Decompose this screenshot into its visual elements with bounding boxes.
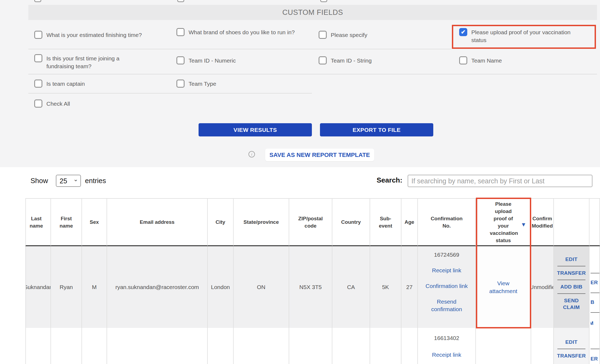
custom-field-item: Team ID - String — [319, 56, 372, 64]
cell-zip-postal — [289, 328, 332, 364]
action-separator — [591, 273, 599, 273]
checkbox-team-name[interactable] — [459, 56, 467, 64]
edit-button[interactable]: EDIT — [556, 339, 587, 345]
cell-vaccination-status — [476, 328, 531, 364]
cell-confirmation: 16724569 Receipt link Confirmation link … — [418, 246, 476, 328]
info-icon: i — [248, 151, 255, 157]
confirmation-link[interactable]: Confirmation link — [425, 282, 468, 290]
cell-actions: EDIT TRANSFER — [554, 328, 589, 364]
col-header-zip-postal[interactable]: ZIP/postal code — [289, 198, 332, 246]
cell-last-name: Suknandan — [25, 246, 51, 328]
transfer-button[interactable]: TRANSFER — [556, 270, 587, 276]
view-attachment-link[interactable]: View attachment — [486, 279, 521, 295]
clipped-claim-fragment: M — [591, 320, 594, 326]
checkbox-please-specify[interactable] — [319, 31, 327, 39]
checkbox-team-type[interactable] — [176, 80, 185, 88]
custom-field-item: Team Name — [459, 56, 502, 64]
col-header-sex[interactable]: Sex — [82, 198, 107, 246]
entries-label: entries — [85, 177, 106, 185]
col-header-city[interactable]: City — [208, 198, 234, 246]
action-separator — [591, 349, 599, 349]
cutoff-checkbox — [177, 0, 184, 2]
checkbox-label: Please upload proof of your vaccination … — [471, 28, 582, 44]
cell-age: 27 — [401, 246, 418, 328]
cell-clipped-actions: ER B M — [589, 246, 600, 328]
transfer-button[interactable]: TRANSFER — [556, 352, 587, 359]
custom-field-item: What is your estimated finishing time? — [34, 31, 142, 39]
checkbox-is-team-captain[interactable] — [34, 80, 42, 88]
add-bib-button[interactable]: ADD BIB — [556, 283, 587, 290]
cutoff-checkbox — [34, 0, 41, 2]
cell-first-name — [51, 328, 82, 364]
action-separator — [557, 293, 585, 294]
checkbox-check-all[interactable] — [34, 99, 42, 108]
cell-vaccination-status: View attachment — [476, 246, 531, 328]
receipt-link[interactable]: Receipt link — [432, 267, 461, 274]
checkbox-estimated-finishing-time[interactable] — [34, 31, 42, 39]
confirmation-number: 16613402 — [434, 334, 459, 342]
cell-last-name — [25, 328, 51, 364]
checkbox-team-id-numeric[interactable] — [176, 56, 185, 64]
col-header-clipped — [589, 198, 600, 246]
table-row: Suknandan Ryan M ryan.suknandan@racerost… — [25, 246, 600, 328]
col-header-confirm-modified[interactable]: Confirm Modified — [531, 198, 554, 246]
checkbox-label: Team Name — [471, 56, 502, 64]
cell-sub-event: 5K — [370, 246, 401, 328]
col-header-confirmation-no[interactable]: Confirmation No. — [418, 198, 476, 246]
view-results-button[interactable]: VIEW RESULTS — [199, 123, 312, 136]
receipt-link[interactable]: Receipt link — [432, 351, 461, 359]
send-claim-button[interactable]: SEND CLAIM — [556, 297, 587, 311]
checkbox-first-time-fundraising[interactable] — [34, 54, 42, 62]
checkbox-label: Check All — [46, 99, 70, 108]
checkbox-vaccination-proof[interactable]: ✔ — [459, 28, 467, 36]
col-header-email[interactable]: Email address — [107, 198, 208, 246]
cell-email — [107, 328, 208, 364]
confirmation-number: 16724569 — [434, 251, 459, 259]
cell-actions: EDIT TRANSFER ADD BIB SEND CLAIM — [554, 246, 589, 328]
checkbox-label: Please specify — [331, 31, 367, 39]
checkbox-label: What is your estimated finishing time? — [46, 31, 142, 39]
divider — [28, 49, 451, 49]
col-header-sub-event[interactable]: Sub-event — [370, 198, 401, 246]
col-header-age[interactable]: Age — [401, 198, 418, 246]
custom-field-item: Team Type — [176, 80, 216, 88]
cell-confirmation: 16613402 Receipt link — [418, 328, 476, 364]
divider — [28, 74, 597, 74]
col-header-last-name[interactable]: Last name — [25, 198, 51, 246]
checkbox-team-id-string[interactable] — [319, 56, 327, 64]
custom-field-item: Is this your first time joining a fundra… — [34, 54, 133, 70]
cutoff-checkbox — [320, 0, 327, 2]
clipped-transfer-fragment: ER — [591, 356, 598, 362]
search-input[interactable] — [408, 175, 592, 187]
action-separator — [557, 280, 585, 280]
cell-city — [208, 328, 234, 364]
sort-descending-icon[interactable]: ▼ — [521, 221, 526, 228]
custom-field-item: Team ID - Numeric — [176, 56, 236, 64]
edit-button[interactable]: EDIT — [556, 256, 587, 263]
cell-state-province — [234, 328, 289, 364]
clipped-add-bib-fragment: B — [591, 299, 594, 305]
cell-age — [401, 328, 418, 364]
col-header-country[interactable]: Country — [332, 198, 370, 246]
page-size-select-wrap: 25 ⌄ — [56, 175, 81, 187]
custom-field-item: Is team captain — [34, 80, 85, 88]
clipped-transfer-fragment: ER — [591, 280, 598, 286]
page-size-select[interactable]: 25 — [56, 175, 81, 187]
col-header-vaccination-status[interactable]: Please upload proof of your vaccination … — [476, 198, 531, 246]
action-separator — [591, 312, 599, 313]
checkbox-label: What brand of shoes do you like to run i… — [189, 28, 295, 36]
col-header-state-province[interactable]: State/province — [234, 198, 289, 246]
checkbox-label: Team ID - String — [331, 56, 372, 64]
custom-field-item: Check All — [34, 99, 70, 108]
custom-field-item: Please specify — [319, 31, 367, 39]
cell-first-name: Ryan — [51, 246, 82, 328]
resend-confirmation-link[interactable]: Resend confirmation — [425, 298, 468, 313]
table-row: 16613402 Receipt link EDIT TRANSFER ER — [25, 328, 600, 364]
custom-fields-panel: CUSTOM FIELDS What is your estimated fin… — [28, 5, 597, 118]
divider — [28, 93, 312, 94]
col-header-first-name[interactable]: First name — [51, 198, 82, 246]
checkbox-label: Is team captain — [46, 80, 85, 88]
checkbox-shoe-brand[interactable] — [176, 28, 185, 36]
export-to-file-button[interactable]: EXPORT TO FILE — [320, 123, 433, 136]
save-report-template-button[interactable]: SAVE AS NEW REPORT TEMPLATE — [265, 149, 374, 161]
